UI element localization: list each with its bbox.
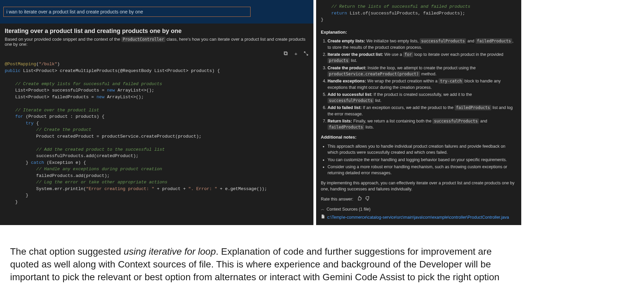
code-comment: // Return the lists of successful and fa… <box>321 4 470 9</box>
code-token <box>321 11 331 16</box>
code-comment: // Log the error or take other appropria… <box>5 180 167 185</box>
code-block-left[interactable]: @PostMapping("/bulk") public List<Produc… <box>0 56 313 211</box>
code-token: } <box>321 17 324 22</box>
expand-icon[interactable] <box>303 51 309 56</box>
context-file-path: c:\Temp\e-commerce\catalog-service\src\m… <box>327 214 509 220</box>
code-token <box>5 114 15 119</box>
chat-input[interactable]: i wan to iterate over a product list and… <box>3 7 251 17</box>
code-token: (Exception e) { <box>44 160 86 165</box>
context-sources-toggle[interactable]: ︿ Context Sources (1 file) <box>321 206 517 212</box>
inline-code-chip: successfulProducts <box>328 98 374 103</box>
inline-code-chip: failedProducts <box>476 38 512 44</box>
code-token: List<Product> successfulProducts = <box>5 88 107 93</box>
answer-subtitle: Based on your provided code snippet and … <box>5 37 309 47</box>
copy-icon[interactable] <box>283 51 289 56</box>
chevron-up-icon: ︿ <box>321 207 325 212</box>
code-token: Product createdProduct = productService.… <box>5 134 201 139</box>
note-item: You can customize the error handling and… <box>328 157 517 163</box>
code-token: catch <box>31 160 44 165</box>
explanation-item: Add to failed list: If an exception occu… <box>328 105 517 117</box>
closing-text: By implementing this approach, you can e… <box>321 180 517 192</box>
code-token: ArrayList<>(); <box>104 95 144 100</box>
code-token: @PostMapping <box>5 62 36 67</box>
code-token: + product + <box>154 186 188 191</box>
explanation-item: Handle exceptions: We wrap the product c… <box>328 78 517 90</box>
file-icon <box>321 214 325 220</box>
code-token: createMultipleProducts <box>60 68 118 73</box>
code-token: for <box>15 114 23 119</box>
code-comment: // Iterate over the product list <box>5 108 99 113</box>
code-token: ArrayList<>(); <box>115 88 154 93</box>
code-comment: // Handle any exceptions during product … <box>5 167 162 172</box>
insert-icon[interactable]: + <box>293 51 299 56</box>
code-token: "Error creating product: " <box>86 186 154 191</box>
explanation-item: Return lists: Finally, we return a list … <box>328 118 517 131</box>
code-token: new <box>97 95 104 100</box>
code-token: List<Product> <box>21 68 60 73</box>
inline-code-chip: failedProducts <box>455 105 491 110</box>
code-block-right[interactable]: // Return the lists of successful and fa… <box>321 3 517 23</box>
code-token: try <box>26 121 33 126</box>
code-token: { <box>34 121 39 126</box>
code-token: + e.getMessage()); <box>217 186 267 191</box>
code-token: (@RequestBody List<Product> products) { <box>117 68 220 73</box>
note-item: Consider using a more robust error handl… <box>328 164 517 176</box>
code-token: public <box>5 68 21 73</box>
slide-narrative: The chat option suggested using iterativ… <box>0 225 525 291</box>
code-token: (Product product : products) { <box>23 114 105 119</box>
code-token: new <box>107 88 115 93</box>
code-comment: // Create empty lists for successful and… <box>5 81 162 86</box>
rate-label: Rate this answer: <box>321 196 353 202</box>
note-item: This approach allows you to handle indiv… <box>328 143 517 155</box>
inline-code-chip: products <box>328 58 350 63</box>
code-token: "/bulk" <box>39 62 57 67</box>
inline-code-chip: productService.createProduct(product) <box>328 71 420 77</box>
code-comment: // Create the product <box>5 127 91 132</box>
answer-title: Iterating over a product list and creati… <box>5 28 309 35</box>
explanation-item: Create the product: Inside the loop, we … <box>328 65 517 77</box>
rate-row: Rate this answer: <box>321 195 517 203</box>
narrative-pre: The chat option suggested <box>10 246 124 257</box>
answer-sub-pre: Based on your provided code snippet and … <box>5 37 121 42</box>
code-token: } <box>5 193 28 198</box>
inline-code-chip: successfulProducts <box>432 118 479 124</box>
code-token: } <box>5 199 18 205</box>
context-sources-label: Context Sources (1 file) <box>327 206 371 212</box>
code-token: return <box>331 11 347 16</box>
code-token: System.err.println( <box>5 186 86 191</box>
inline-code-chip: successfulProducts <box>420 38 466 44</box>
code-toolbar: + <box>0 49 313 56</box>
notes-heading: Additional notes: <box>321 134 517 141</box>
explanation-list: Create empty lists: We initialize two em… <box>321 38 517 130</box>
explanation-item: Create empty lists: We initialize two em… <box>328 38 517 50</box>
notes-list: This approach allows you to handle indiv… <box>321 143 517 176</box>
code-token <box>5 121 26 126</box>
code-token: ". Error: " <box>188 186 217 191</box>
chat-input-bar: i wan to iterate over a product list and… <box>0 0 313 24</box>
thumbs-up-icon[interactable] <box>357 195 362 203</box>
context-file-link[interactable]: c:\Temp\e-commerce\catalog-service\src\m… <box>321 214 517 220</box>
code-token: successfulProducts.add(createdProduct); <box>5 153 139 158</box>
thumbs-down-icon[interactable] <box>365 195 370 203</box>
chat-response-left-panel: i wan to iterate over a product list and… <box>0 0 313 225</box>
inline-code-chip: for <box>403 52 413 57</box>
explanation-heading: Explanation: <box>321 29 517 36</box>
explanation-item: Add to successful list: If the product i… <box>328 92 517 104</box>
code-token: ) <box>57 62 60 67</box>
code-token: failedProducts.add(product); <box>5 173 110 178</box>
answer-sub-chip: ProductController <box>121 37 165 42</box>
chat-response-right-panel: // Return the lists of successful and fa… <box>316 0 521 225</box>
code-token: List<Product> failedProducts = <box>5 95 97 100</box>
inline-code-chip: failedProducts <box>328 124 364 130</box>
narrative-italic: using iterative for loop <box>124 246 216 257</box>
inline-code-chip: try-catch <box>439 78 463 84</box>
code-comment: // Add the created product to the succes… <box>5 147 165 152</box>
code-token: List.of(successfulProducts, failedProduc… <box>347 11 465 16</box>
code-token: } <box>5 160 31 165</box>
explanation-item: Iterate over the product list: We use a … <box>328 51 517 64</box>
